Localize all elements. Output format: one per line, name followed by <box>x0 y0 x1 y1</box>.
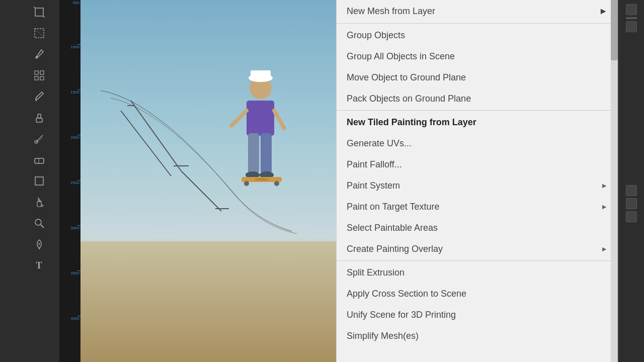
svg-rect-15 <box>35 158 44 163</box>
menu-label-paint-system: Paint System <box>347 180 400 191</box>
svg-line-1 <box>34 7 35 8</box>
transform-tool[interactable] <box>29 23 49 43</box>
menu-item-apply-cross-section[interactable]: Apply Cross Section to Scene <box>337 283 618 304</box>
separator-2 <box>337 260 618 261</box>
right-tool-4[interactable] <box>626 198 637 209</box>
right-panel <box>619 0 644 362</box>
crop-tool[interactable] <box>29 2 49 22</box>
svg-rect-36 <box>248 133 259 173</box>
arrow-icon-paint-target: ► <box>601 203 608 211</box>
menu-item-new-mesh-from-layer[interactable]: New Mesh from Layer ► <box>337 0 618 22</box>
menu-label-new-mesh: New Mesh from Layer <box>347 6 435 17</box>
fill-tool[interactable] <box>29 192 49 212</box>
rect-fill-tool[interactable] <box>29 171 49 191</box>
menu-item-group-all-objects[interactable]: Group All Objects in Scene <box>337 46 618 67</box>
text-tool-label: T <box>36 260 42 271</box>
menu-item-paint-on-target[interactable]: Paint on Target Texture ► <box>337 196 618 217</box>
menu-label-paint-on-target: Paint on Target Texture <box>347 202 439 212</box>
menu-label-group-all: Group All Objects in Scene <box>347 51 455 62</box>
menu-label-paint-falloff: Paint Falloff... <box>347 159 402 170</box>
right-tool-5[interactable] <box>626 211 637 222</box>
right-divider-1 <box>626 17 637 19</box>
svg-rect-7 <box>40 71 44 74</box>
eyedropper-tool[interactable] <box>29 44 49 64</box>
menu-item-select-paintable[interactable]: Select Paintable Areas <box>337 217 618 238</box>
menu-label-create-overlay: Create Painting Overlay <box>347 244 443 254</box>
svg-rect-17 <box>35 177 43 185</box>
separator-1 <box>337 110 618 111</box>
svg-point-43 <box>254 178 269 181</box>
svg-point-21 <box>38 243 40 245</box>
menu-label-pack-objects: Pack Objects on Ground Plane <box>347 94 471 104</box>
svg-rect-23 <box>80 241 337 362</box>
eraser-tool[interactable] <box>29 150 49 170</box>
menu-label-unify-scene: Unify Scene for 3D Printing <box>347 310 456 320</box>
smudge-tool[interactable] <box>29 129 49 149</box>
menu-label-move-ground: Move Object to Ground Plane <box>347 72 466 83</box>
svg-rect-37 <box>261 133 272 173</box>
menu-item-new-tiled-painting[interactable]: New Tiled Painting from Layer <box>337 112 618 133</box>
menu-label-simplify-meshes: Simplify Mesh(es) <box>347 331 419 341</box>
separator-0 <box>337 23 618 24</box>
svg-rect-13 <box>38 114 41 118</box>
svg-line-4 <box>35 29 44 38</box>
menu-label-new-tiled-painting: New Tiled Painting from Layer <box>347 117 476 128</box>
svg-rect-6 <box>35 71 38 74</box>
photo-background <box>80 0 337 362</box>
menu-label-select-paintable: Select Paintable Areas <box>347 223 438 233</box>
svg-point-18 <box>41 205 43 207</box>
brush-tool[interactable] <box>29 86 49 107</box>
arrow-icon-create-overlay: ► <box>601 245 608 253</box>
arrow-icon-new-mesh: ► <box>599 6 608 17</box>
context-menu: New Mesh from Layer ► Group Objects Grou… <box>336 0 618 362</box>
menu-item-generate-uvs[interactable]: Generate UVs... <box>337 133 618 154</box>
arrow-icon-paint-system: ► <box>601 182 608 190</box>
menu-label-apply-cross-section: Apply Cross Section to Scene <box>347 289 466 299</box>
svg-rect-8 <box>35 76 38 80</box>
right-tool-2[interactable] <box>626 21 637 32</box>
grid-tool[interactable] <box>29 65 49 85</box>
menu-item-group-objects[interactable]: Group Objects <box>337 25 618 46</box>
menu-scrollbar[interactable] <box>611 0 618 362</box>
right-tool-1[interactable] <box>626 4 637 15</box>
menu-label-split-extrusion: Split Extrusion <box>347 267 405 278</box>
svg-line-20 <box>41 225 44 228</box>
svg-point-19 <box>35 219 41 225</box>
pen-tool[interactable] <box>29 234 49 254</box>
stamp-tool[interactable] <box>29 108 49 128</box>
svg-point-42 <box>274 181 279 186</box>
menu-label-generate-uvs: Generate UVs... <box>347 138 412 149</box>
svg-rect-0 <box>35 8 43 16</box>
canvas-area <box>80 0 337 362</box>
menu-item-split-extrusion[interactable]: Split Extrusion <box>337 262 618 283</box>
svg-point-41 <box>244 181 249 186</box>
menu-item-unify-scene-3d[interactable]: Unify Scene for 3D Printing <box>337 304 618 325</box>
scrollbar-thumb[interactable] <box>611 0 618 60</box>
svg-rect-12 <box>36 118 42 122</box>
menu-label-group-objects: Group Objects <box>347 30 405 41</box>
menu-item-simplify-meshes[interactable]: Simplify Mesh(es) <box>337 325 618 346</box>
svg-rect-30 <box>247 101 274 136</box>
ruler-vertical: 500 1000 1500 2000 2500 3000 3500 4000 <box>59 0 80 362</box>
svg-rect-33 <box>251 70 271 79</box>
text-tool[interactable]: T <box>29 255 49 276</box>
menu-item-pack-objects[interactable]: Pack Objects on Ground Plane <box>337 88 618 109</box>
menu-item-create-painting-overlay[interactable]: Create Painting Overlay ► <box>337 238 618 259</box>
menu-item-paint-falloff[interactable]: Paint Falloff... <box>337 154 618 175</box>
right-tool-3[interactable] <box>626 185 637 196</box>
menu-item-paint-system[interactable]: Paint System ► <box>337 175 618 196</box>
menu-item-move-object-ground[interactable]: Move Object to Ground Plane <box>337 67 618 88</box>
svg-rect-9 <box>40 76 44 80</box>
svg-line-2 <box>43 16 45 18</box>
zoom-tool[interactable] <box>29 213 49 233</box>
